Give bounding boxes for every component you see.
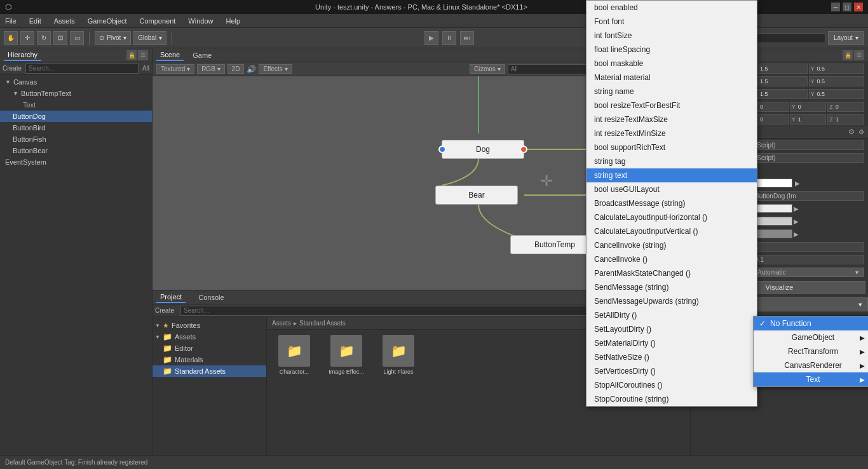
- renderer-settings-icon[interactable]: ⚙: [858, 128, 864, 135]
- hierarchy-item-buttonbird[interactable]: ButtonBird: [0, 122, 152, 133]
- color3-picker-icon[interactable]: ▶: [794, 231, 799, 238]
- hierarchy-create-label[interactable]: Create: [3, 65, 22, 72]
- global-dropdown[interactable]: Global ▾: [133, 31, 166, 45]
- hierarchy-item-buttonfish[interactable]: ButtonFish: [0, 133, 152, 145]
- x-field-3[interactable]: X 1.5: [752, 89, 808, 99]
- breadcrumb-standard-assets[interactable]: Standard Assets: [299, 320, 346, 327]
- menu-gameobject[interactable]: GameObject: [85, 16, 130, 26]
- menu-item-resize-bestfit[interactable]: bool resizeTextForBestFit: [587, 99, 757, 112]
- menu-item-sendmessageupwards[interactable]: SendMessageUpwards (string): [587, 294, 757, 308]
- hierarchy-item-eventsystem[interactable]: EventSystem: [0, 156, 152, 168]
- no-function-bar-arrow[interactable]: ▾: [858, 301, 862, 309]
- gizmos-dropdown[interactable]: Gizmos ▾: [470, 64, 505, 74]
- color-swatch-1[interactable]: [754, 204, 792, 213]
- menu-item-richtext[interactable]: bool supportRichText: [587, 140, 757, 154]
- menu-item-setalldirty[interactable]: SetAllDirty (): [587, 308, 757, 322]
- tab-game[interactable]: Game: [189, 50, 215, 60]
- hierarchy-item-buttondog[interactable]: ButtonDog: [0, 111, 152, 122]
- pivot-dropdown[interactable]: ⊙ Pivot ▾: [95, 31, 131, 45]
- menu-item-resize-minsize[interactable]: int resizeTextMinSize: [587, 126, 757, 140]
- file-item-character[interactable]: 📁 Character...: [272, 335, 316, 375]
- menu-item-string-tag[interactable]: string tag: [587, 154, 757, 168]
- layout-dropdown[interactable]: Layout ▾: [828, 31, 864, 45]
- color-swatch-2[interactable]: [754, 217, 792, 226]
- x-field-1[interactable]: X 1.5: [752, 64, 808, 74]
- maximize-button[interactable]: □: [843, 3, 851, 11]
- sub-dropdown-menu[interactable]: ✓ No Function GameObject RectTransform C…: [753, 316, 868, 387]
- menu-item-calculatelayout-v[interactable]: CalculateLayoutInputVertical (): [587, 224, 757, 238]
- menu-item-cancelinvoke-str[interactable]: CancelInvoke (string): [587, 238, 757, 252]
- tree-item-assets[interactable]: ▼ 📁 Assets: [153, 331, 266, 343]
- z-field-5[interactable]: Z1: [827, 114, 864, 125]
- menu-item-float-linespacing[interactable]: float lineSpacing: [587, 43, 757, 57]
- z-field-4[interactable]: Z0: [827, 102, 864, 112]
- effects-dropdown[interactable]: Effects ▾: [259, 64, 292, 74]
- hierarchy-menu-button[interactable]: ☰: [138, 50, 148, 60]
- hierarchy-item-buttonbear[interactable]: ButtonBear: [0, 145, 152, 156]
- step-button[interactable]: ⏭: [460, 31, 474, 45]
- y-field-5[interactable]: Y1: [790, 114, 827, 125]
- y-field-2[interactable]: Y 0.5: [809, 76, 865, 86]
- sub-item-gameobject[interactable]: GameObject: [754, 330, 868, 344]
- y-field-1[interactable]: Y 0.5: [809, 64, 865, 74]
- rgb-dropdown[interactable]: RGB ▾: [197, 64, 224, 74]
- tab-hierarchy[interactable]: Hierarchy: [4, 50, 41, 61]
- sub-item-canvasrenderer[interactable]: CanvasRenderer: [754, 358, 868, 372]
- play-button[interactable]: ▶: [424, 31, 438, 45]
- breadcrumb-assets[interactable]: Assets: [272, 320, 291, 327]
- menu-item-guilayout[interactable]: bool useGUILayout: [587, 182, 757, 196]
- color1-picker-icon[interactable]: ▶: [794, 205, 799, 212]
- hierarchy-item-text[interactable]: Text: [0, 99, 152, 111]
- tree-item-editor[interactable]: 📁 Editor: [153, 343, 266, 354]
- menu-item-string-name[interactable]: string name: [587, 85, 757, 99]
- hierarchy-all-label[interactable]: All: [142, 65, 149, 72]
- pause-button[interactable]: ⏸: [442, 31, 456, 45]
- menu-item-bool-maskable[interactable]: bool maskable: [587, 57, 757, 71]
- menu-item-setmaterialdirty[interactable]: SetMaterialDirty (): [587, 336, 757, 350]
- menu-item-int-fontsize[interactable]: int fontSize: [587, 29, 757, 43]
- x-field-2[interactable]: X 1.5: [752, 76, 808, 86]
- tab-console[interactable]: Console: [194, 292, 227, 302]
- menu-file[interactable]: File: [3, 16, 19, 26]
- menu-item-stopallcoroutines[interactable]: StopAllCoroutines (): [587, 378, 757, 392]
- menu-item-setnativesize[interactable]: SetNativeSize (): [587, 350, 757, 364]
- menu-item-bool-enabled[interactable]: bool enabled: [587, 1, 757, 15]
- file-item-lightflares[interactable]: 📁 Light Flares: [376, 335, 421, 375]
- 2d-button[interactable]: 2D: [227, 64, 245, 74]
- hierarchy-item-canvas[interactable]: ▼ Canvas: [0, 76, 152, 88]
- menu-item-setlayoutdirty[interactable]: SetLayoutDirty (): [587, 322, 757, 336]
- scale-tool-button[interactable]: ⊡: [53, 31, 67, 45]
- menu-item-cancelinvoke[interactable]: CancelInvoke (): [587, 252, 757, 266]
- tree-item-materials[interactable]: 📁 Materials: [153, 354, 266, 365]
- menu-item-broadcastmessage[interactable]: BroadcastMessage (string): [587, 196, 757, 210]
- y-field-3[interactable]: Y 0.5: [809, 89, 865, 99]
- audio-button[interactable]: 🔊: [247, 65, 256, 74]
- close-button[interactable]: ✕: [854, 3, 863, 11]
- menu-edit[interactable]: Edit: [27, 16, 44, 26]
- color-tint-picker-icon[interactable]: ▶: [795, 180, 800, 187]
- sub-item-text[interactable]: Text: [754, 372, 868, 386]
- menu-item-sendmessage[interactable]: SendMessage (string): [587, 280, 757, 294]
- hierarchy-item-buttontemptext[interactable]: ▼ ButtonTempText: [0, 88, 152, 99]
- main-dropdown-menu[interactable]: bool enabled Font font int fontSize floa…: [586, 0, 757, 407]
- node-dog-left-connector[interactable]: [438, 146, 446, 153]
- move-tool-button[interactable]: ✛: [20, 31, 34, 45]
- renderer-gear-icon[interactable]: ⚙: [848, 128, 855, 136]
- menu-assets[interactable]: Assets: [51, 16, 78, 26]
- hierarchy-lock-button[interactable]: 🔒: [126, 50, 137, 60]
- hierarchy-search-input[interactable]: [25, 64, 139, 74]
- y-field-4[interactable]: Y0: [790, 102, 827, 112]
- color-tint-swatch[interactable]: [754, 179, 792, 187]
- tab-project[interactable]: Project: [156, 292, 186, 303]
- automatic-dropdown[interactable]: Automatic ▾: [752, 268, 864, 277]
- menu-item-stopcoroutine[interactable]: StopCoroutine (string): [587, 392, 757, 406]
- node-dog[interactable]: Dog: [442, 140, 524, 159]
- menu-item-resize-maxsize[interactable]: int resizeTextMaxSize: [587, 112, 757, 126]
- minimize-button[interactable]: ─: [831, 3, 840, 11]
- inspector-menu-button[interactable]: ☰: [854, 50, 864, 60]
- rotate-tool-button[interactable]: ↻: [37, 31, 51, 45]
- color2-picker-icon[interactable]: ▶: [794, 218, 799, 225]
- sub-item-recttransform[interactable]: RectTransform: [754, 344, 868, 358]
- menu-help[interactable]: Help: [223, 16, 243, 26]
- tree-item-favorites[interactable]: ▼ ★ Favorites: [153, 320, 266, 331]
